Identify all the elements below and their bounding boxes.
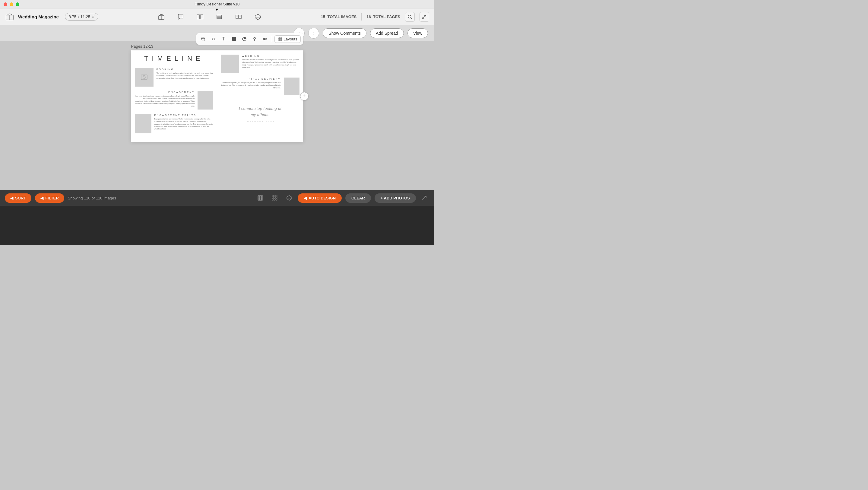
- sort-label: SORT: [15, 196, 26, 200]
- page-left: TIMELINE BOOKING The best time to book a…: [131, 51, 217, 142]
- toolbar-divider: [361, 13, 362, 21]
- add-photos-button[interactable]: + ADD PHOTOS: [375, 193, 416, 203]
- svg-rect-33: [278, 37, 280, 39]
- prints-text: ENGAGEMENT PRINTS Engagement prints are …: [154, 114, 214, 133]
- home-icon-btn[interactable]: [156, 11, 167, 22]
- prints-photo[interactable]: [135, 114, 151, 133]
- tray-view-grid-icon[interactable]: [270, 193, 280, 203]
- search-button[interactable]: [405, 12, 415, 22]
- svg-point-38: [143, 76, 145, 79]
- clear-button[interactable]: CLEAR: [345, 193, 371, 203]
- canvas-toolbar: T: [196, 33, 303, 45]
- booking-text: BOOKING The best time to book a photogra…: [157, 68, 214, 87]
- layouts-label: Layouts: [283, 37, 298, 41]
- next-spread-button[interactable]: ›: [308, 28, 319, 39]
- fit-tool-button[interactable]: [209, 34, 218, 43]
- total-images-count: 15: [321, 14, 325, 19]
- svg-line-18: [411, 18, 412, 19]
- final-delivery-heading: FINAL DELIVERY: [221, 78, 281, 80]
- text-tool-button[interactable]: T: [219, 34, 228, 43]
- total-pages-count: 16: [367, 14, 371, 19]
- engagement-photo[interactable]: [197, 91, 213, 110]
- magazine-spread: TIMELINE BOOKING The best time to book a…: [131, 51, 303, 142]
- traffic-lights: [4, 2, 19, 6]
- final-delivery-text: FINAL DELIVERY After returning from your…: [221, 78, 281, 89]
- delivery-photo[interactable]: [284, 78, 300, 95]
- svg-rect-4: [197, 15, 200, 19]
- show-comments-button[interactable]: Show Comments: [323, 28, 367, 38]
- engagement-section: ENGAGEMENT It's a good idea to get your …: [135, 91, 214, 110]
- filter-label: FILTER: [45, 196, 59, 200]
- add-spread-canvas-button[interactable]: +: [300, 92, 309, 100]
- quote-section: I cannot stop looking atmy album. CUSTOM…: [221, 101, 300, 125]
- wedding-photo[interactable]: [221, 55, 239, 73]
- photo-tray-toolbar: ◀ SORT ◀ FILTER Showing 110 of 110 image…: [0, 190, 434, 206]
- svg-rect-51: [272, 199, 274, 200]
- eye-tool-button[interactable]: [260, 34, 269, 43]
- svg-line-20: [204, 40, 206, 41]
- svg-rect-42: [260, 196, 262, 197]
- size-edit-icon: //: [92, 14, 94, 19]
- engagement-body: It's a good idea to get your engagement …: [135, 95, 195, 107]
- tray-layers-icon[interactable]: [284, 193, 294, 203]
- app-icon: [5, 12, 14, 22]
- tray-center-icons: [255, 193, 294, 203]
- toolbar-center: [102, 11, 317, 22]
- svg-point-32: [264, 38, 266, 39]
- layers-icon-btn[interactable]: [214, 11, 225, 22]
- tray-export-icon[interactable]: [420, 193, 429, 203]
- total-images-label: 15 TOTAL IMAGES: [321, 14, 357, 19]
- spread-icon-btn[interactable]: [194, 11, 206, 22]
- mask-tool-button[interactable]: [229, 34, 239, 43]
- maximize-button[interactable]: [16, 2, 19, 6]
- engagement-heading: ENGAGEMENT: [135, 91, 195, 94]
- chat-icon-btn[interactable]: [175, 11, 186, 22]
- booking-photo[interactable]: [135, 68, 154, 87]
- sort-button[interactable]: ◀ SORT: [5, 193, 31, 203]
- svg-rect-50: [276, 197, 277, 198]
- magazine-title: TIMELINE: [135, 55, 214, 62]
- view-button[interactable]: View: [407, 28, 428, 38]
- project-title: Wedding Magazine: [18, 14, 59, 19]
- svg-rect-5: [200, 15, 203, 19]
- quote-text: I cannot stop looking atmy album.: [223, 105, 297, 118]
- size-badge[interactable]: 8.75 x 11.25 //: [65, 13, 98, 21]
- booking-body: The best time to book a photographer is …: [157, 72, 214, 79]
- prints-heading: ENGAGEMENT PRINTS: [154, 114, 214, 117]
- window-title: Fundy Designer Suite v10: [194, 2, 240, 6]
- export-button[interactable]: [420, 12, 429, 22]
- photo-strip: ☆☆☆☆☆ ♡ ☆☆☆☆☆ ♡ ☆☆☆☆☆ ♡ 1 ☆☆☆☆☆ ♡ ☆☆☆☆☆ …: [0, 206, 434, 245]
- size-label: 8.75 x 11.25: [69, 14, 91, 19]
- filter-button[interactable]: ◀ FILTER: [35, 193, 64, 203]
- engagement-prints-section: ENGAGEMENT PRINTS Engagement prints are …: [135, 114, 214, 133]
- page-label: Pages 12-13: [131, 44, 303, 49]
- add-spread-button[interactable]: Add Spread: [370, 28, 404, 38]
- svg-rect-7: [217, 15, 222, 19]
- auto-design-button[interactable]: ◀ AUTO DESIGN: [298, 193, 342, 203]
- svg-rect-52: [274, 199, 275, 200]
- zoom-tool-button[interactable]: [199, 34, 208, 43]
- canvas-area: Pages 12-13 T: [0, 41, 434, 190]
- svg-rect-46: [274, 195, 275, 197]
- total-pages-text: TOTAL PAGES: [373, 14, 400, 19]
- title-bar: Fundy Designer Suite v10 ▾: [0, 0, 434, 8]
- page-right: WEDDING This is the day. No matter how s…: [217, 51, 303, 142]
- svg-rect-41: [258, 196, 260, 197]
- wedding-text: WEDDING This is the day. No matter how s…: [242, 55, 300, 73]
- close-button[interactable]: [4, 2, 7, 6]
- svg-rect-48: [272, 197, 274, 198]
- final-delivery-section: FINAL DELIVERY After returning from your…: [221, 78, 300, 95]
- pin-tool-button[interactable]: [250, 34, 259, 43]
- layouts-button[interactable]: Layouts: [275, 35, 301, 43]
- toolbar-right: 15 TOTAL IMAGES 16 TOTAL PAGES: [321, 12, 429, 22]
- minimize-button[interactable]: [10, 2, 13, 6]
- wedding-section: WEDDING This is the day. No matter how s…: [221, 55, 300, 73]
- svg-rect-44: [260, 198, 262, 200]
- svg-rect-49: [274, 197, 275, 198]
- color-tool-button[interactable]: [240, 34, 249, 43]
- booking-heading: BOOKING: [157, 68, 214, 71]
- table-icon-btn[interactable]: [233, 11, 244, 22]
- stack-icon-btn[interactable]: [252, 11, 263, 22]
- svg-rect-47: [276, 195, 277, 197]
- tray-view-single-icon[interactable]: [255, 193, 265, 203]
